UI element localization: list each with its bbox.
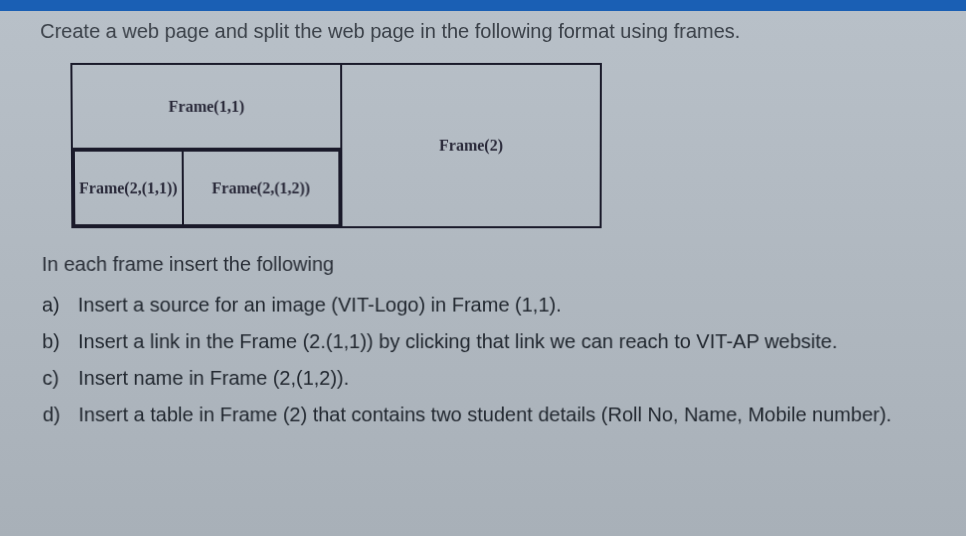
list-item: b) Insert a link in the Frame (2.(1,1)) … bbox=[42, 330, 924, 353]
frame-2-1-1-cell: Frame(2,(1,1)) bbox=[74, 151, 183, 226]
item-text: Insert name in Frame (2,(1,2)). bbox=[78, 367, 923, 390]
item-text: Insert a link in the Frame (2.(1,1)) by … bbox=[78, 330, 924, 353]
frame-layout-diagram: Frame(1,1) Frame(2) Frame(2,(1,1)) Frame… bbox=[70, 63, 602, 228]
frame-2-cell: Frame(2) bbox=[341, 64, 601, 227]
list-item: d) Insert a table in Frame (2) that cont… bbox=[43, 404, 924, 427]
item-text: Insert a table in Frame (2) that contain… bbox=[78, 404, 923, 427]
list-item: a) Insert a source for an image (VIT-Log… bbox=[42, 294, 924, 317]
frame-1-1-cell: Frame(1,1) bbox=[71, 64, 341, 149]
list-item: c) Insert name in Frame (2,(1,2)). bbox=[42, 367, 923, 390]
item-label: b) bbox=[42, 330, 78, 353]
item-text: Insert a source for an image (VIT-Logo) … bbox=[78, 294, 924, 317]
item-label: d) bbox=[43, 404, 79, 427]
item-label: c) bbox=[42, 367, 78, 390]
instructions-heading: In each frame insert the following bbox=[42, 253, 925, 276]
question-title: Create a web page and split the web page… bbox=[40, 20, 926, 43]
question-container: Create a web page and split the web page… bbox=[0, 0, 966, 460]
item-label: a) bbox=[42, 294, 78, 317]
frame-2-1-2-cell: Frame(2,(1,2)) bbox=[182, 151, 339, 226]
